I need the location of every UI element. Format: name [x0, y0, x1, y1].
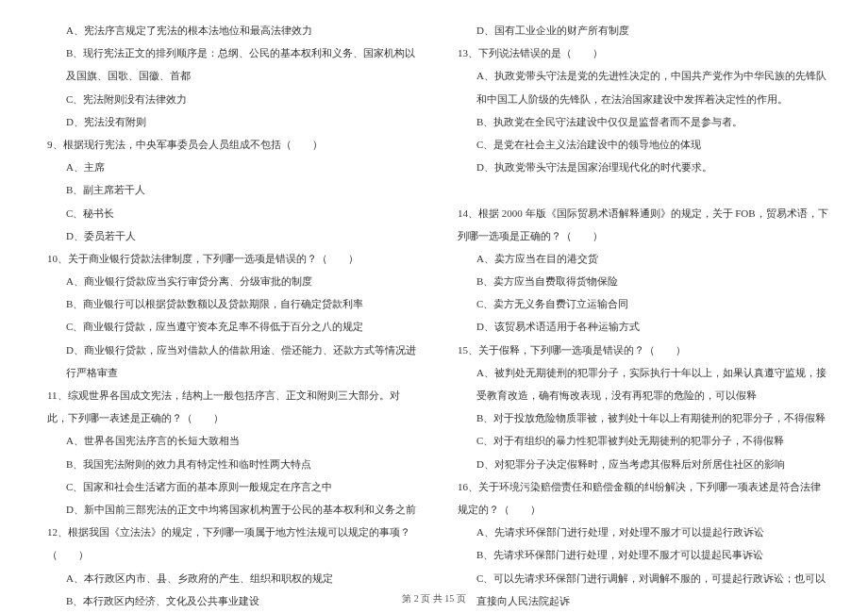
page-container: A、宪法序言规定了宪法的根本法地位和最高法律效力B、现行宪法正文的排列顺序是：总…	[38, 19, 830, 575]
option-text: D、委员若干人	[38, 224, 420, 247]
option-text: C、卖方无义务自费订立运输合同	[448, 292, 830, 315]
option-text: B、先请求环保部门进行处理，对处理不服才可以提起民事诉讼	[448, 543, 830, 566]
option-text: B、我国宪法附则的效力具有特定性和临时性两大特点	[38, 453, 420, 475]
option-text: D、宪法没有附则	[38, 110, 420, 133]
option-text: B、现行宪法正文的排列顺序是：总纲、公民的基本权利和义务、国家机构以及国旗、国歌…	[38, 41, 420, 87]
question-text: 11、综观世界各国成文宪法，结构上一般包括序言、正文和附则三大部分。对此，下列哪…	[38, 384, 420, 429]
option-text: A、世界各国宪法序言的长短大致相当	[38, 429, 420, 452]
option-text: A、执政党带头守法是党的先进性决定的，中国共产党作为中华民族的先锋队和中国工人阶…	[448, 64, 830, 109]
option-text: D、该贸易术语适用于各种运输方式	[448, 315, 830, 338]
right-column: D、国有工业企业的财产所有制度13、下列说法错误的是（ ）A、执政党带头守法是党…	[448, 19, 830, 575]
option-text: A、被判处无期徒刑的犯罪分子，实际执行十年以上，如果认真遵守监规，接受教育改造，…	[448, 361, 830, 406]
question-text	[448, 178, 830, 201]
option-text: B、副主席若干人	[38, 178, 420, 201]
question-text: 14、根据 2000 年版《国际贸易术语解释通则》的规定，关于 FOB，贸易术语…	[448, 202, 830, 247]
option-text: D、对犯罪分子决定假释时，应当考虑其假释后对所居住社区的影响	[448, 453, 830, 475]
option-text: C、宪法附则没有法律效力	[38, 88, 420, 110]
option-text: A、宪法序言规定了宪法的根本法地位和最高法律效力	[38, 19, 420, 41]
page-footer: 第 2 页 共 15 页	[0, 592, 868, 605]
option-text: C、秘书长	[38, 202, 420, 224]
option-text: B、执政党在全民守法建设中仅仅是监督者而不是参与者。	[448, 110, 830, 133]
option-text: A、先请求环保部门进行处理，对处理不服才可以提起行政诉讼	[448, 521, 830, 543]
option-text: A、卖方应当在目的港交货	[448, 247, 830, 270]
option-text: D、新中国前三部宪法的正文中均将国家机构置于公民的基本权利和义务之前	[38, 498, 420, 521]
option-text: A、商业银行贷款应当实行审贷分离、分级审批的制度	[38, 270, 420, 292]
question-text: 12、根据我国《立法法》的规定，下列哪一项属于地方性法规可以规定的事项？（ ）	[38, 521, 420, 566]
left-column: A、宪法序言规定了宪法的根本法地位和最高法律效力B、现行宪法正文的排列顺序是：总…	[38, 19, 420, 575]
option-text: A、本行政区内市、县、乡政府的产生、组织和职权的规定	[38, 567, 420, 589]
option-text: D、国有工业企业的财产所有制度	[448, 19, 830, 41]
option-text: C、是党在社会主义法治建设中的领导地位的体现	[448, 133, 830, 156]
option-text: D、执政党带头守法是国家治理现代化的时代要求。	[448, 156, 830, 178]
option-text: C、国家和社会生活诸方面的基本原则一般规定在序言之中	[38, 475, 420, 498]
question-text: 15、关于假释，下列哪一选项是错误的？（ ）	[448, 339, 830, 361]
option-text: B、对于投放危险物质罪被，被判处十年以上有期徒刑的犯罪分子，不得假释	[448, 406, 830, 429]
option-text: B、商业银行可以根据贷款数额以及贷款期限，自行确定贷款利率	[38, 292, 420, 315]
option-text: B、卖方应当自费取得货物保险	[448, 270, 830, 292]
question-text: 10、关于商业银行贷款法律制度，下列哪一选项是错误的？（ ）	[38, 247, 420, 270]
option-text: C、商业银行贷款，应当遵守资本充足率不得低于百分之八的规定	[38, 315, 420, 338]
question-text: 13、下列说法错误的是（ ）	[448, 41, 830, 64]
option-text: D、商业银行贷款，应当对借款人的借款用途、偿还能力、还款方式等情况进行严格审查	[38, 339, 420, 384]
option-text: C、对于有组织的暴力性犯罪被判处无期徒刑的犯罪分子，不得假释	[448, 429, 830, 452]
question-text: 9、根据现行宪法，中央军事委员会人员组成不包括（ ）	[38, 133, 420, 156]
option-text: A、主席	[38, 156, 420, 178]
question-text: 16、关于环境污染赔偿责任和赔偿金额的纠纷解决，下列哪一项表述是符合法律规定的？…	[448, 475, 830, 521]
